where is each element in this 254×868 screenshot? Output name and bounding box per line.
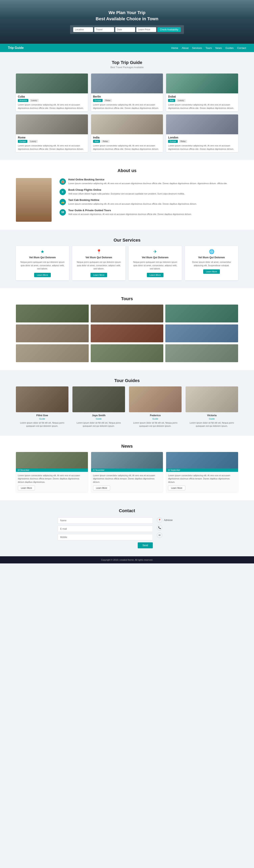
address-icon: 📍 (157, 517, 162, 523)
contact-name-input[interactable] (58, 517, 153, 524)
guide-card: Victoria Guide Lorem ipsum dolor sit Nit… (186, 386, 238, 428)
trip-card: Berlin Europe Relax Lorem ipsum consecte… (91, 73, 163, 111)
trip-card-body: Cuba America Luxury Lorem ipsum consecte… (16, 93, 88, 111)
service-learn-more-button[interactable]: Learn More (34, 273, 51, 277)
hero-search-form: Check Availability (70, 25, 184, 34)
service-title: Vel Illum Qui Dolorem (19, 256, 66, 259)
trip-card-desc: Lorem ipsum consectetur adipiscing elit.… (168, 144, 236, 151)
about-item-title: Tour Guide & Private Guided Tours (68, 209, 192, 212)
location-input[interactable] (73, 27, 93, 32)
news-card: 22 November Lorem ipsum consectetur adip… (91, 452, 163, 493)
contact-email-item: ✉ (157, 532, 196, 538)
service-desc: Nequa porro quisquam est qui dolorem ips… (19, 260, 66, 270)
news-learn-more-button[interactable]: Learn More (18, 486, 35, 490)
news-desc: Lorem ipsum consectetur adipiscing elit.… (93, 474, 161, 484)
about-item-desc: Velit esse cillum dolore fugiat nulla pa… (68, 192, 185, 195)
contact-email-input[interactable] (58, 526, 153, 532)
trip-card-image (16, 115, 88, 134)
contact-mobile-input[interactable] (58, 534, 153, 540)
trip-card-body: London Europe Relax Lorem ipsum consecte… (166, 134, 238, 152)
nav-services[interactable]: Services (192, 46, 202, 50)
contact-form: Send (58, 517, 153, 548)
news-grid: 18 December Lorem ipsum consectetur adip… (16, 452, 238, 493)
trip-region-tag: Asia (93, 140, 100, 143)
service-learn-more-button[interactable]: Learn More (203, 270, 220, 274)
contact-send-button[interactable]: Send (138, 542, 153, 548)
tours-title: Tours (16, 296, 238, 301)
tour-image (91, 344, 164, 362)
contact-address-text: Adresse (164, 519, 173, 522)
about-item-icon: 🚕 (60, 199, 66, 205)
tour-image (91, 305, 164, 322)
about-item-icon: 🏨 (60, 178, 66, 185)
top-trip-title: Top Trip Guide (16, 60, 238, 65)
trip-card-name: Rome (18, 136, 86, 139)
about-item-content: Hotel Online Booking Service Lorem ipsum… (68, 178, 227, 185)
service-card: 📍 Vel Illum Qui Dolorem Nequa porro quis… (72, 246, 125, 280)
contact-section: Contact Send 📍 Adresse 📞 ✉ (0, 500, 254, 556)
trip-card-desc: Lorem ipsum consectetur adipiscing elit.… (18, 144, 86, 151)
news-learn-more-button[interactable]: Learn More (93, 486, 110, 490)
trip-type-tag: Relax (104, 99, 112, 102)
trip-card-tags: America Luxury (18, 99, 86, 102)
service-icon: ★ (19, 249, 66, 254)
services-grid: ★ Vel Illum Qui Dolorem Nequa porro quis… (16, 246, 238, 280)
trip-type-tag: Luxury (29, 140, 38, 143)
guide-name: Filini Goe (16, 414, 68, 417)
nav-brand: Trip Guide (8, 46, 24, 50)
tour-image (165, 305, 238, 322)
trip-card-tags: Asia Relax (93, 140, 161, 143)
nav-tours[interactable]: Tours (206, 46, 212, 50)
trip-card-tags: Asia Luxury (168, 99, 236, 102)
service-card: ✈ Vel Illum Qui Dolorem Nequa porro quis… (129, 246, 182, 280)
trip-card-name: London (168, 136, 236, 139)
tour-image (16, 324, 89, 342)
trip-card: Cuba America Luxury Lorem ipsum consecte… (16, 73, 88, 111)
service-title: Vel Illum Qui Dolorem (75, 256, 122, 259)
hero-title: We Plan Your Trip Best Available Choice … (70, 10, 184, 22)
tour-image (165, 324, 238, 342)
service-icon: 🌐 (188, 249, 235, 254)
contact-inner: Send 📍 Adresse 📞 ✉ (58, 517, 196, 548)
news-learn-more-button[interactable]: Learn More (168, 486, 185, 490)
guide-name: Federico (129, 414, 182, 417)
top-trip-section: Top Trip Guide Best Travel Packages Avai… (0, 52, 254, 160)
trip-card-image (16, 73, 88, 93)
footer: Copyright © 2016 | created theme. All ri… (0, 556, 254, 563)
service-desc: Nequa porro quisquam est qui dolorem ips… (132, 260, 179, 270)
news-image: 18 December (16, 452, 88, 472)
trip-region-tag: Europe (18, 140, 27, 143)
nav-links: Home About Services Tours News Guides Co… (171, 46, 246, 50)
news-image: 22 November (91, 452, 163, 472)
nav-news[interactable]: News (215, 46, 222, 50)
guide-desc: Lorem ipsum dolor sit Nit elit vel, Nequ… (186, 421, 238, 428)
service-title: Vel Illum Qui Dolorem (132, 256, 179, 259)
service-card: ★ Vel Illum Qui Dolorem Nequa porro quis… (16, 246, 69, 280)
guide-name: Jaya Smith (72, 414, 125, 417)
guide-photo (16, 386, 68, 412)
date-input[interactable] (115, 27, 135, 32)
trip-card-image (166, 73, 238, 93)
news-desc: Lorem ipsum consectetur adipiscing elit.… (168, 474, 236, 484)
about-section: About us 🏨 Hotel Online Booking Service … (0, 160, 254, 230)
price-input[interactable] (136, 27, 156, 32)
travel-input[interactable] (94, 27, 114, 32)
service-learn-more-button[interactable]: Learn More (90, 273, 107, 277)
nav-contact[interactable]: Contact (237, 46, 246, 50)
guide-name: Victoria (186, 414, 238, 417)
news-section: News 18 December Lorem ipsum consectetur… (0, 436, 254, 500)
trip-card-body: Rome Europe Luxury Lorem ipsum consectet… (16, 134, 88, 152)
nav-guides[interactable]: Guides (225, 46, 233, 50)
trip-type-tag: Relax (101, 140, 110, 143)
guide-role: Guide (72, 417, 125, 420)
about-item-desc: Lorem ipsum consectetur adipiscing elit.… (68, 182, 227, 185)
hero-section: We Plan Your Trip Best Available Choice … (0, 0, 254, 44)
check-availability-button[interactable]: Check Availability (157, 27, 181, 32)
trip-region-tag: Europe (93, 99, 103, 102)
about-item: 🗺 Tour Guide & Private Guided Tours Veli… (60, 209, 238, 216)
trip-card-tags: Europe Relax (168, 140, 236, 143)
service-learn-more-button[interactable]: Learn More (147, 273, 164, 277)
nav-home[interactable]: Home (171, 46, 178, 50)
nav-about[interactable]: About (182, 46, 188, 50)
tour-image (16, 344, 89, 362)
